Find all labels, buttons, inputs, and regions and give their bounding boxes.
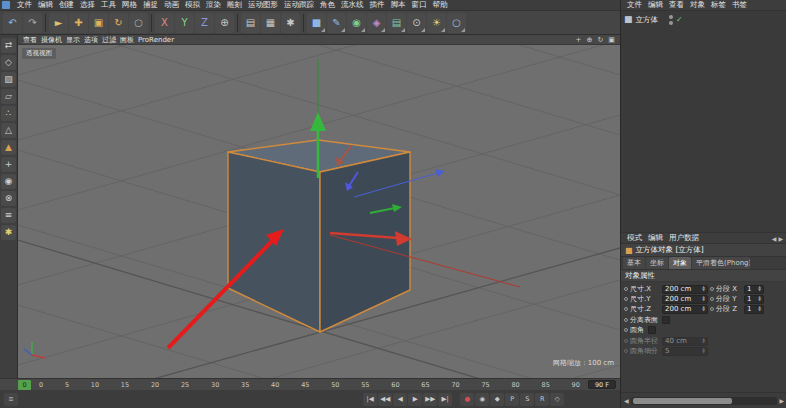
model-mode-icon[interactable]: ◇: [1, 55, 16, 70]
light-button[interactable]: ☀: [427, 13, 446, 33]
checkbox[interactable]: [648, 326, 656, 334]
attr-history-forward-icon[interactable]: ▶: [778, 235, 783, 242]
rotate-tool-icon[interactable]: ↻: [109, 13, 128, 33]
scale-key-toggle[interactable]: S: [520, 393, 534, 406]
attribute-menu-item[interactable]: 编辑: [645, 233, 666, 243]
segment-value-field[interactable]: 1▲▼: [744, 305, 764, 314]
app-logo-icon[interactable]: [2, 1, 10, 9]
spinner[interactable]: ▲▼: [702, 286, 705, 292]
spinner[interactable]: ▲▼: [702, 306, 705, 312]
undo-icon[interactable]: ↶: [3, 13, 22, 33]
toggle-layout-icon[interactable]: ▣: [606, 35, 617, 44]
enable-axis-icon[interactable]: +: [1, 157, 16, 172]
size-value-field[interactable]: 200 cm▲▼: [662, 305, 708, 314]
end-frame-field[interactable]: 90 F: [588, 380, 616, 389]
menu-item[interactable]: 模拟: [182, 0, 203, 10]
attributes-hscrollbar[interactable]: ◀ ▶: [621, 392, 786, 408]
object-name[interactable]: 立方体: [636, 15, 659, 25]
menu-item[interactable]: 角色: [317, 0, 338, 10]
menu-item[interactable]: 流水线: [338, 0, 367, 10]
object-manager-menu-item[interactable]: 标签: [708, 0, 729, 10]
zoom-view-icon[interactable]: ⊕: [584, 35, 595, 44]
animation-palette-icon[interactable]: ≡: [4, 393, 18, 406]
sky-button[interactable]: ○: [447, 13, 466, 33]
render-settings-button[interactable]: ✱: [281, 13, 300, 33]
menu-item[interactable]: 运动图形: [245, 0, 281, 10]
goto-start-button[interactable]: |◀: [363, 393, 377, 406]
section-header[interactable]: 对象属性: [621, 270, 786, 282]
add-cube-button[interactable]: ■: [307, 13, 326, 33]
menu-item[interactable]: 脚本: [388, 0, 409, 10]
viewport-menu-item[interactable]: 摄像机: [39, 35, 64, 45]
next-frame-button[interactable]: ▶▶: [423, 393, 437, 406]
attr-history-back-icon[interactable]: ◀: [772, 235, 777, 242]
menu-item[interactable]: 网格: [119, 0, 140, 10]
prev-key-button[interactable]: ◀◀: [378, 393, 392, 406]
menu-item[interactable]: 窗口: [409, 0, 430, 10]
menu-item[interactable]: 编辑: [35, 0, 56, 10]
position-key-toggle[interactable]: P: [505, 393, 519, 406]
timeline-playhead[interactable]: 0: [18, 380, 31, 390]
attribute-menu-item[interactable]: 模式: [624, 233, 645, 243]
menu-item[interactable]: 工具: [98, 0, 119, 10]
live-selection-icon[interactable]: ►: [49, 13, 68, 33]
menu-item[interactable]: 捕捉: [140, 0, 161, 10]
viewport-menu-item[interactable]: ProRender: [136, 36, 176, 44]
render-view-button[interactable]: ▤: [241, 13, 260, 33]
segment-value-field[interactable]: 1▲▼: [744, 285, 764, 294]
menu-item[interactable]: 帮助: [430, 0, 451, 10]
menu-item[interactable]: 雕刻: [224, 0, 245, 10]
menu-item[interactable]: 运动跟踪: [281, 0, 317, 10]
redo-icon[interactable]: ↷: [23, 13, 42, 33]
spinner[interactable]: ▲▼: [758, 296, 761, 302]
pen-tool-button[interactable]: ✎: [327, 13, 346, 33]
attribute-tab[interactable]: 坐标: [646, 257, 668, 269]
viewport-menu-item[interactable]: 选项: [82, 35, 100, 45]
viewport-menu-item[interactable]: 过滤: [100, 35, 118, 45]
coordinate-system-button[interactable]: ⊕: [215, 13, 234, 33]
parameter-key-toggle[interactable]: ◇: [550, 393, 564, 406]
array-modifier-button[interactable]: ◈: [367, 13, 386, 33]
menu-item[interactable]: 渲染: [203, 0, 224, 10]
lock-workplane-icon[interactable]: ⊗: [1, 191, 16, 206]
keyframe-selection-button[interactable]: ◆: [490, 393, 504, 406]
make-editable-icon[interactable]: ⇄: [1, 38, 16, 53]
size-value-field[interactable]: 200 cm▲▼: [662, 295, 708, 304]
keyframe-dot[interactable]: [624, 328, 628, 332]
object-manager[interactable]: ■ 立方体 ✓: [621, 11, 786, 233]
attribute-tab[interactable]: 平滑着色(Phong): [692, 257, 750, 269]
quantize-icon[interactable]: ≡: [1, 208, 16, 223]
menu-item[interactable]: 插件: [367, 0, 388, 10]
viewport-menu-item[interactable]: 显示: [64, 35, 82, 45]
camera-button[interactable]: ⊙: [407, 13, 426, 33]
visibility-toggles[interactable]: [669, 15, 673, 25]
viewport-menu-item[interactable]: 查看: [21, 35, 39, 45]
scroll-left-icon[interactable]: ◀: [624, 397, 629, 404]
modeling-settings-icon[interactable]: ✱: [1, 225, 16, 240]
keyframe-dot[interactable]: [710, 297, 714, 301]
scale-tool-icon[interactable]: ▣: [89, 13, 108, 33]
object-manager-menu-item[interactable]: 文件: [624, 0, 645, 10]
edges-mode-icon[interactable]: △: [1, 123, 16, 138]
editor-visibility-dot[interactable]: [669, 15, 673, 19]
goto-end-button[interactable]: ▶|: [438, 393, 452, 406]
viewport[interactable]: 透视视图 网格缩放 : 100 cm: [18, 45, 620, 378]
object-manager-menu-item[interactable]: 查看: [666, 0, 687, 10]
viewport-3d-scene[interactable]: [18, 45, 620, 378]
record-keyframe-button[interactable]: ●: [460, 393, 474, 406]
menu-item[interactable]: 选择: [77, 0, 98, 10]
menu-item[interactable]: 动画: [161, 0, 182, 10]
checkbox[interactable]: [662, 316, 670, 324]
texture-mode-icon[interactable]: ▨: [1, 72, 16, 87]
y-axis-lock-button[interactable]: Y: [175, 13, 194, 33]
size-value-field[interactable]: 200 cm▲▼: [662, 285, 708, 294]
object-list-item[interactable]: ■ 立方体 ✓: [624, 13, 783, 26]
spinner[interactable]: ▲▼: [702, 296, 705, 302]
keyframe-dot[interactable]: [624, 307, 628, 311]
enable-check-icon[interactable]: ✓: [676, 15, 683, 24]
keyframe-dot[interactable]: [710, 287, 714, 291]
move-tool-icon[interactable]: ✚: [69, 13, 88, 33]
attribute-tab[interactable]: 基本: [623, 257, 645, 269]
keyframe-dot[interactable]: [624, 297, 628, 301]
viewport-menu-item[interactable]: 面板: [118, 35, 136, 45]
